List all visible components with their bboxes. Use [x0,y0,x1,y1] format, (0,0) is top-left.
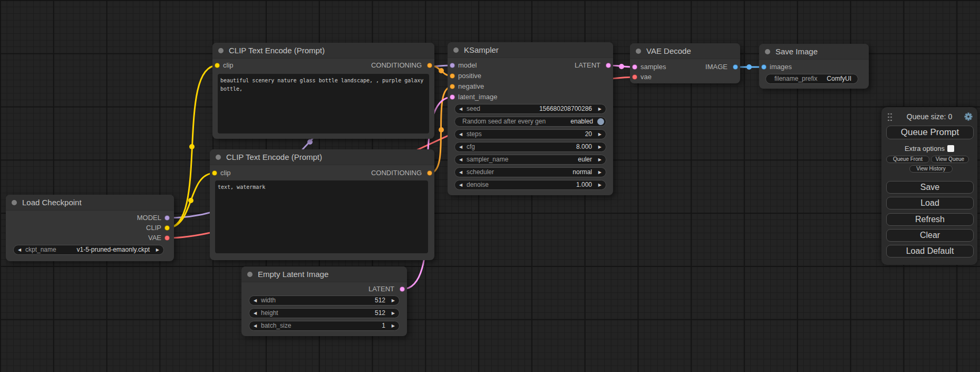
batch-size-widget[interactable]: batch_size 1 [249,321,400,331]
seed-widget[interactable]: seed 156680208700286 [454,104,606,114]
queue-front-button[interactable]: Queue Front [886,156,929,163]
widget-value: 156680208700286 [539,104,592,113]
negative-input-port[interactable] [450,84,455,89]
increment-arrow-icon[interactable] [598,130,601,139]
widget-label: filename_prefix [774,74,817,83]
increment-arrow-icon[interactable] [598,142,601,151]
clip-input-port[interactable] [215,63,220,68]
model-input-port[interactable] [450,63,455,68]
positive-input-port[interactable] [450,73,455,79]
load-default-button[interactable]: Load Default [886,245,974,257]
decrement-arrow-icon[interactable] [254,296,257,305]
height-widget[interactable]: height 512 [249,308,400,318]
link-dot [619,64,624,69]
refresh-button[interactable]: Refresh [886,213,974,226]
decrement-arrow-icon[interactable] [459,130,462,139]
decrement-arrow-icon[interactable] [459,155,462,164]
filename-prefix-widget[interactable]: filename_prefix ComfyUI [765,74,858,84]
input-label-positive: positive [458,71,481,81]
latent-output-port[interactable] [400,287,405,292]
width-widget[interactable]: width 512 [249,295,400,306]
increment-arrow-icon[interactable] [598,104,601,113]
decrement-arrow-icon[interactable] [254,309,257,318]
scheduler-widget[interactable]: scheduler normal [454,167,606,177]
extra-options-checkbox[interactable] [947,145,954,152]
clip-input-port[interactable] [212,170,217,176]
node-vae-decode[interactable]: VAE Decode samples vae IMAGE [630,43,740,83]
sampler-name-widget[interactable]: sampler_name euler [454,155,606,165]
collapse-dot-icon[interactable] [12,200,17,205]
denoise-widget[interactable]: denoise 1.000 [454,180,606,190]
prompt-textarea[interactable]: text, watermark [215,180,428,253]
vae-output-port[interactable] [164,235,170,241]
widget-value: enabled [570,117,593,126]
link-dot [746,64,752,70]
cfg-widget[interactable]: cfg 8.000 [454,142,606,152]
node-load-checkpoint[interactable]: Load Checkpoint MODEL CLIP VAE ckpt_name… [6,195,174,261]
latent-output-port[interactable] [606,63,611,68]
node-title-bar[interactable]: Save Image [759,44,869,60]
clear-button[interactable]: Clear [886,229,974,242]
steps-widget[interactable]: steps 20 [454,129,606,139]
increment-arrow-icon[interactable] [392,296,395,305]
collapse-dot-icon[interactable] [636,49,641,54]
random-seed-widget[interactable]: Random seed after every gen enabled [454,117,606,127]
toggle-circle-icon[interactable] [597,118,604,125]
node-ksampler[interactable]: KSampler model positive negative latent_… [448,42,613,195]
load-button[interactable]: Load [886,197,974,209]
increment-arrow-icon[interactable] [392,309,395,318]
view-history-button[interactable]: View History [909,165,953,173]
decrement-arrow-icon[interactable] [18,245,21,254]
widget-value: 1 [382,321,385,330]
decrement-arrow-icon[interactable] [254,321,257,330]
node-save-image[interactable]: Save Image images filename_prefix ComfyU… [759,44,869,89]
conditioning-output-port[interactable] [427,63,432,68]
decrement-arrow-icon[interactable] [459,180,462,189]
view-queue-button[interactable]: View Queue [931,156,969,163]
increment-arrow-icon[interactable] [598,155,601,164]
decrement-arrow-icon[interactable] [459,168,462,177]
increment-arrow-icon[interactable] [392,321,395,330]
decrement-arrow-icon[interactable] [459,142,462,151]
node-title-bar[interactable]: VAE Decode [630,43,740,59]
node-clip-text-encode-positive[interactable]: CLIP Text Encode (Prompt) clip CONDITION… [212,43,434,139]
input-label-clip: clip [220,168,231,178]
vae-input-port[interactable] [632,74,637,80]
collapse-dot-icon[interactable] [216,155,221,160]
node-empty-latent-image[interactable]: Empty Latent Image LATENT width 512 heig… [241,266,407,336]
model-output-port[interactable] [164,215,170,221]
collapse-dot-icon[interactable] [247,272,253,277]
increment-arrow-icon[interactable] [598,168,601,177]
conditioning-output-port[interactable] [427,170,432,176]
samples-input-port[interactable] [632,64,637,70]
prompt-textarea[interactable]: beautiful scenery nature glass bottle la… [218,74,429,133]
comfyui-canvas[interactable]: { "colors": { "model": "#b39ddb", "clip"… [0,0,980,372]
queue-prompt-button[interactable]: Queue Prompt [886,126,974,139]
increment-arrow-icon[interactable] [156,245,159,254]
output-label-conditioning: CONDITIONING [371,168,422,178]
node-title-bar[interactable]: KSampler [448,42,613,58]
node-clip-text-encode-negative[interactable]: CLIP Text Encode (Prompt) clip CONDITION… [210,149,434,260]
settings-gear-icon[interactable] [964,112,973,121]
image-output-port[interactable] [733,64,738,70]
images-input-port[interactable] [761,64,766,70]
collapse-dot-icon[interactable] [453,47,459,53]
widget-value: 512 [375,296,385,304]
node-title-bar[interactable]: Load Checkpoint [6,195,174,211]
widget-value: 20 [585,130,592,138]
collapse-dot-icon[interactable] [765,49,770,54]
latent-image-input-port[interactable] [450,94,455,100]
node-title-bar[interactable]: CLIP Text Encode (Prompt) [212,43,434,59]
collapse-dot-icon[interactable] [218,48,224,53]
node-title-bar[interactable]: CLIP Text Encode (Prompt) [210,149,434,165]
node-title: Save Image [775,47,818,56]
ckpt-name-widget[interactable]: ckpt_name v1-5-pruned-emaonly.ckpt [13,245,164,255]
decrement-arrow-icon[interactable] [459,104,462,113]
save-button[interactable]: Save [886,181,974,194]
queue-size-label: Queue size: 0 [881,112,977,121]
node-title-bar[interactable]: Empty Latent Image [241,266,407,282]
increment-arrow-icon[interactable] [598,180,601,189]
clip-output-port[interactable] [164,225,170,231]
queue-panel[interactable]: Queue size: 0 Queue Prompt Extra options… [881,107,977,265]
output-label-vae: VAE [148,233,161,243]
